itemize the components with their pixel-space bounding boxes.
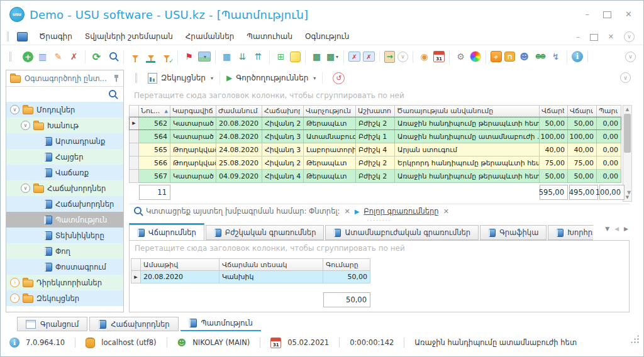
sidebar-item-6[interactable]: ∨ Հաճախորդներ — [6, 180, 123, 196]
sidebar-item-7[interactable]: Հաճախորդներ — [6, 196, 123, 212]
expand-all-icon[interactable]: ⇊ — [236, 50, 249, 63]
close-document-icon[interactable]: ✗ — [348, 52, 360, 62]
menu-item[interactable]: Պատուհան — [240, 30, 299, 43]
maximize-icon[interactable] — [603, 11, 611, 18]
tab-2[interactable]: Բժշկական գրառումներ — [206, 225, 325, 240]
lock-icon[interactable]: ⊓ — [504, 52, 515, 62]
sidebar-item-12[interactable]: › Դիրեկտորիաներ — [6, 275, 123, 290]
tab-4[interactable]: Գրաֆիկա — [480, 225, 547, 240]
menubar-grip[interactable] — [7, 31, 12, 41]
rss-icon[interactable]: » — [491, 51, 502, 62]
user-icon[interactable]: ☻ — [518, 50, 531, 63]
sidebar-item-10[interactable]: Փող — [6, 243, 123, 259]
excel-import-icon[interactable]: ▦▾ — [326, 50, 339, 63]
note-icon[interactable] — [290, 52, 301, 62]
location-icon[interactable]: ◉ — [418, 50, 431, 63]
close-icon[interactable]: ✕ — [625, 9, 632, 19]
sidebar-item-3[interactable]: Արտադրանք — [6, 133, 123, 149]
expander-icon[interactable]: › — [10, 294, 19, 303]
exit-icon[interactable]: → — [384, 51, 395, 63]
panel-overflow-chevron-icon[interactable]: ∨ — [620, 72, 631, 83]
table-row[interactable]: 565Թողարկված24.08.2020Հիվանդ 3Լաբորատորի… — [129, 143, 621, 157]
table-row[interactable]: 567Կատարած04.09.2020Հիվանդ 4ԹերապևտԲժիշկ… — [129, 170, 621, 183]
tab-scroll-right-icon[interactable]: ▶ — [624, 226, 628, 232]
excel-export-icon[interactable]: ▦ — [310, 50, 323, 63]
info-icon[interactable]: i — [9, 338, 19, 348]
add-column-icon[interactable]: ⊞ — [274, 50, 287, 63]
table-row[interactable]: 564Կատարած24.08.2020Հիվանդ 3Ատամնաբուժ..… — [129, 130, 621, 143]
scroll-up-icon[interactable]: ▲ — [623, 106, 631, 113]
sidebar-item-8[interactable]: Պատմություն — [6, 212, 123, 228]
tab-3[interactable]: Ատամնաբուժական գրառումներ — [325, 225, 479, 240]
tab-1[interactable]: Վճարումներ — [129, 223, 204, 240]
window-tab-1[interactable]: Գրանցում — [17, 317, 87, 331]
mdi-overflow-chevron-icon[interactable]: ∨ — [624, 31, 635, 42]
image-mode-icon[interactable]: ▾ — [198, 52, 211, 62]
tab-scroll-left-icon[interactable]: ◀ — [614, 226, 619, 232]
column-header[interactable]: Ժամանում... — [216, 105, 262, 117]
tab-list-dropdown-icon[interactable]: ▼ — [605, 226, 609, 232]
search-icon[interactable] — [106, 50, 119, 63]
clear-filter-icon[interactable]: ✕ — [443, 207, 449, 216]
horizontal-splitter[interactable]: ········ — [129, 217, 630, 223]
table-row[interactable]: ▶562Կատարած20.08.2020Հիվանդ 2ԹերապևտԲժիշ… — [129, 117, 621, 130]
minimize-icon[interactable]: – — [586, 9, 590, 19]
column-header[interactable]: Հաճախորդ — [262, 105, 304, 117]
column-header[interactable]: Ամսաթիվ — [141, 258, 219, 271]
column-header[interactable]: Աշխատող — [356, 105, 395, 117]
column-header[interactable]: Նու... ▲ — [139, 105, 170, 117]
column-header[interactable]: Վճարված — [568, 105, 597, 117]
filter-edit-hint[interactable]: Կտտացրեք այստեղ խմբագրման համար: Փնտրել: — [146, 207, 340, 216]
mdi-close-icon[interactable]: ✕ — [608, 33, 614, 41]
summary-dropdown-icon[interactable]: ▼ — [627, 190, 631, 195]
scrollbar-thumb[interactable] — [624, 114, 631, 153]
detail-grid-icon[interactable]: ▦ — [220, 50, 233, 63]
window-tab-3[interactable]: Պատմություն — [180, 316, 261, 331]
sidebar-item-2[interactable]: ∨ Խանութ — [6, 118, 123, 133]
search-icon[interactable] — [105, 88, 118, 101]
chevron-down-icon[interactable]: ▾ — [336, 54, 338, 60]
actions-button[interactable]: Գործողություններ — [236, 74, 308, 82]
actionsbar-grip[interactable] — [135, 73, 140, 83]
clear-filter-icon[interactable]: ✕ — [344, 207, 350, 216]
all-records-filter[interactable]: Բոլոր գրառումները — [364, 207, 438, 216]
close-all-documents-icon[interactable]: ✗ — [363, 52, 375, 62]
expander-icon[interactable]: ∨ — [21, 121, 30, 130]
expander-icon[interactable]: ∨ — [21, 184, 30, 193]
tab-5[interactable]: Խորհրդատվություն — [548, 225, 593, 240]
expander-icon[interactable]: ∨ — [10, 105, 19, 114]
sidebar-item-1[interactable]: ∨ Մոդուլներ — [6, 102, 123, 118]
calendar-icon[interactable]: 31 — [433, 51, 445, 62]
reports-button[interactable]: Զեկույցներ — [161, 74, 206, 82]
edit-record-icon[interactable]: ✎ — [52, 50, 65, 63]
sidebar-search-input[interactable] — [6, 87, 123, 102]
column-header[interactable]: Պարտք — [597, 105, 621, 117]
filter-saved-icon[interactable]: ✓ — [160, 50, 173, 63]
column-header[interactable]: Վճարման տեսակ — [219, 258, 323, 271]
filter-apply-icon[interactable] — [144, 50, 157, 63]
filter-bar[interactable]: Կտտացրեք այստեղ խմբագրման համար: Փնտրել:… — [129, 204, 630, 218]
delete-record-icon[interactable]: ✗ — [67, 50, 80, 63]
menu-item[interactable]: Ծրագիր — [33, 30, 79, 43]
column-header[interactable]: Ծառայության անվանումը — [395, 105, 540, 117]
toolbar-overflow-chevron-icon[interactable]: ∨ — [625, 52, 636, 62]
users-group-icon[interactable]: ☻☻ — [533, 50, 547, 63]
sidebar-item-13[interactable]: › Զեկույցներ — [6, 290, 123, 306]
info-icon[interactable]: i — [572, 51, 583, 62]
copy-record-icon[interactable]: ▥ — [36, 50, 49, 63]
mdi-restore-icon[interactable] — [590, 34, 598, 41]
column-header[interactable]: Վճարել — [540, 105, 568, 117]
sidebar-item-9[interactable]: Տեխնիկները — [6, 228, 123, 243]
table-row[interactable]: 566Թողարկված25.08.2020Հիվանդ 2ԹերապևտԲժի… — [129, 157, 621, 170]
color-wheel-icon[interactable] — [470, 51, 481, 62]
add-record-icon[interactable]: + — [23, 52, 33, 62]
overflow-chevron-icon[interactable]: ∨ — [397, 52, 408, 62]
mdi-minimize-icon[interactable]: – — [576, 33, 580, 41]
sidebar-item-5[interactable]: Վաճառք — [6, 165, 123, 180]
expander-icon[interactable]: › — [10, 278, 19, 287]
column-header[interactable]: Կարգավիճ... — [170, 105, 216, 117]
menu-item[interactable]: Հրամաններ — [179, 30, 241, 43]
undo-icon[interactable]: ↺ — [333, 72, 345, 84]
menu-item[interactable]: Օգնություն — [299, 30, 355, 43]
refresh-icon[interactable]: ⟳ — [90, 50, 103, 63]
